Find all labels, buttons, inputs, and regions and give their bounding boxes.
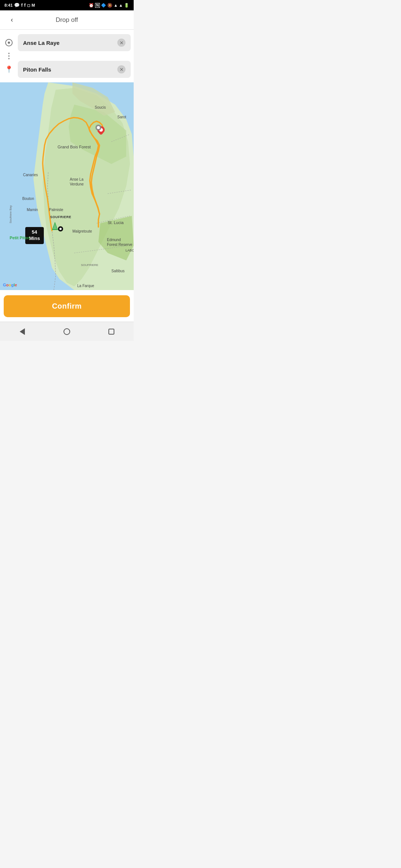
destination-row: 📍 Piton Falls ✕ [3, 61, 131, 78]
wifi-icon: ▲ [114, 3, 118, 7]
origin-row: Anse La Raye ✕ [3, 34, 131, 51]
destination-text: Piton Falls [23, 66, 51, 73]
recent-square-icon [108, 329, 114, 335]
messenger-icon: 💬 [14, 3, 20, 8]
status-time-area: 8:41 💬 f f ◻ M [4, 3, 35, 8]
map-container[interactable]: Soucis Sarot Grand Bois Forest Canaries … [0, 82, 134, 290]
origin-text: Anse La Raye [23, 40, 59, 46]
status-icons: ⏰ N 🔷 🔕 ▲ ▲ 🔋 [89, 3, 129, 8]
battery-icon: 🔋 [124, 3, 129, 8]
dot3 [8, 58, 10, 59]
page-title: Drop off [18, 16, 116, 24]
mute-icon: 🔕 [107, 3, 113, 8]
duration-value: 54 [29, 229, 40, 236]
google-logo: G o o g l e [3, 283, 17, 287]
g-letter-yellow: o [9, 283, 11, 287]
origin-input[interactable]: Anse La Raye ✕ [18, 34, 131, 51]
bottom-nav [0, 322, 134, 341]
bluetooth-icon: 🔷 [101, 3, 106, 8]
confirm-button[interactable]: Confirm [4, 295, 130, 317]
dots-divider-row [3, 51, 131, 61]
gmail-icon: M [32, 3, 35, 7]
facebook2-icon: f [24, 3, 26, 8]
status-bar: 8:41 💬 f f ◻ M ⏰ N 🔷 🔕 ▲ ▲ 🔋 [0, 0, 134, 10]
target-icon [5, 39, 13, 46]
origin-icon-area [3, 39, 15, 46]
back-button[interactable]: ‹ [6, 14, 18, 26]
g-letter-red2: e [15, 283, 17, 287]
dot2 [8, 55, 10, 57]
dots-icon [8, 51, 10, 61]
duration-unit: Mins [29, 236, 40, 242]
back-triangle-icon [20, 328, 25, 335]
destination-icon-area: 📍 [3, 65, 15, 73]
header: ‹ Drop off [0, 10, 134, 30]
home-circle-icon [63, 328, 70, 335]
square-icon: ◻ [27, 3, 30, 7]
nav-home-button[interactable] [58, 325, 76, 338]
signal-icon: ▲ [119, 3, 123, 7]
g-letter-red: o [6, 283, 9, 287]
nav-back-button[interactable] [13, 325, 32, 338]
origin-clear-button[interactable]: ✕ [117, 39, 125, 47]
dot1 [8, 53, 10, 54]
pin-icon: 📍 [5, 65, 13, 73]
destination-input[interactable]: Piton Falls ✕ [18, 61, 131, 78]
location-section: Anse La Raye ✕ 📍 Piton Falls ✕ [0, 30, 134, 82]
destination-clear-button[interactable]: ✕ [117, 65, 125, 73]
g-letter-blue2: g [11, 283, 14, 287]
dots-icon-area [3, 51, 15, 61]
petit-piton-label: Petit Piton [10, 236, 30, 240]
nav-recent-button[interactable] [102, 325, 121, 338]
g-letter-blue: G [3, 283, 6, 287]
alarm-icon: ⏰ [89, 3, 94, 8]
nfc-icon: N [95, 3, 100, 8]
svg-point-6 [59, 228, 62, 230]
svg-point-4 [97, 126, 100, 129]
facebook-icon: f [21, 3, 23, 8]
status-time: 8:41 [4, 3, 13, 7]
